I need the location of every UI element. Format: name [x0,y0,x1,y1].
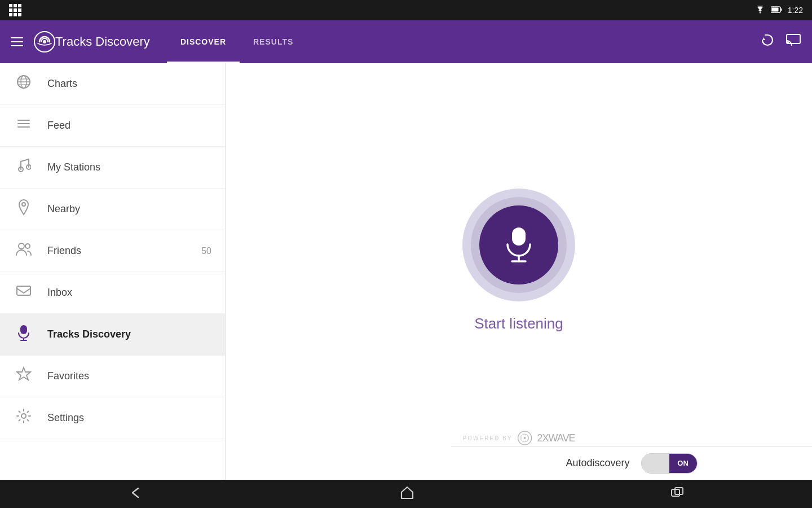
friends-icon [14,242,34,260]
tracks-discovery-label: Tracks Discovery [47,329,211,340]
svg-point-17 [19,243,24,249]
svg-point-24 [21,414,26,418]
inbox-label: Inbox [47,287,211,299]
start-listening-text: Start listening [474,315,563,332]
autodiscovery-bar: Autodiscovery ON [451,446,812,480]
svg-rect-19 [17,286,30,295]
svg-point-16 [22,203,25,206]
autodiscovery-label: Autodiscovery [566,457,629,469]
feed-icon [14,116,34,135]
grid-icon [9,4,21,16]
powered-by-prefix: POWERED BY [463,435,513,441]
axwave-brand: 2XWAVE [537,432,575,444]
status-bar-right: 1:22 [755,6,803,15]
sidebar-item-inbox[interactable]: Inbox [0,272,225,314]
mic-sidebar-icon [14,324,34,345]
svg-marker-23 [17,367,30,380]
sidebar-item-feed[interactable]: Feed [0,105,225,147]
home-button[interactable] [400,485,414,502]
gear-icon [14,408,34,428]
svg-rect-1 [780,8,782,11]
svg-rect-2 [771,8,778,12]
wifi-icon [755,6,765,15]
app-title: Tracks Discovery [55,34,150,49]
music-note-icon [14,157,34,178]
time-display: 1:22 [788,6,803,15]
hamburger-icon [11,37,23,46]
sidebar: Charts Feed My Stations [0,63,226,480]
bottom-nav [0,480,812,508]
main-content: Start listening POWERED BY 2XWAVE Autodi… [226,63,812,480]
status-bar: 1:22 [0,0,812,20]
app-logo [34,31,55,52]
tab-results[interactable]: RESULTS [240,20,307,63]
status-bar-left [9,4,21,16]
toolbar: Tracks Discovery DISCOVER RESULTS [0,20,812,63]
back-button[interactable] [128,486,144,502]
toggle-off-side [642,454,669,473]
feed-label: Feed [47,120,211,132]
mic-button-middle [471,197,567,293]
hamburger-button[interactable] [0,20,34,63]
svg-point-30 [523,437,526,439]
sidebar-item-settings[interactable]: Settings [0,397,225,439]
settings-label: Settings [47,412,211,424]
autodiscovery-toggle[interactable]: ON [641,453,698,474]
sidebar-item-friends[interactable]: Friends 50 [0,230,225,272]
svg-rect-25 [512,227,526,246]
inbox-icon [14,284,34,301]
microphone-icon [502,225,536,265]
tab-discover[interactable]: DISCOVER [167,20,240,63]
cast-button[interactable] [786,34,801,50]
nearby-label: Nearby [47,203,211,215]
sidebar-item-tracks-discovery[interactable]: Tracks Discovery [0,314,225,356]
battery-icon [771,6,782,15]
svg-point-4 [43,40,46,43]
globe-icon [14,74,34,94]
sidebar-item-charts[interactable]: Charts [0,63,225,105]
location-icon [14,199,34,220]
tab-bar: DISCOVER RESULTS [167,20,307,63]
star-icon [14,366,34,386]
svg-rect-20 [20,325,27,334]
axwave-logo-icon [517,430,532,446]
refresh-button[interactable] [760,33,775,51]
toolbar-actions [760,33,812,51]
mic-button-outer [462,189,575,301]
svg-point-18 [25,244,30,248]
powered-by: POWERED BY 2XWAVE [463,430,575,446]
recents-button[interactable] [670,486,684,502]
sidebar-item-nearby[interactable]: Nearby [0,189,225,230]
friends-badge: 50 [201,246,211,256]
friends-label: Friends [47,245,188,257]
charts-label: Charts [47,78,211,90]
sidebar-item-favorites[interactable]: Favorites [0,356,225,397]
toggle-on-label: ON [677,459,689,467]
sidebar-item-my-stations[interactable]: My Stations [0,147,225,189]
my-stations-label: My Stations [47,161,211,173]
toggle-on-side: ON [669,454,697,473]
mic-button[interactable] [479,205,558,284]
favorites-label: Favorites [47,370,211,382]
